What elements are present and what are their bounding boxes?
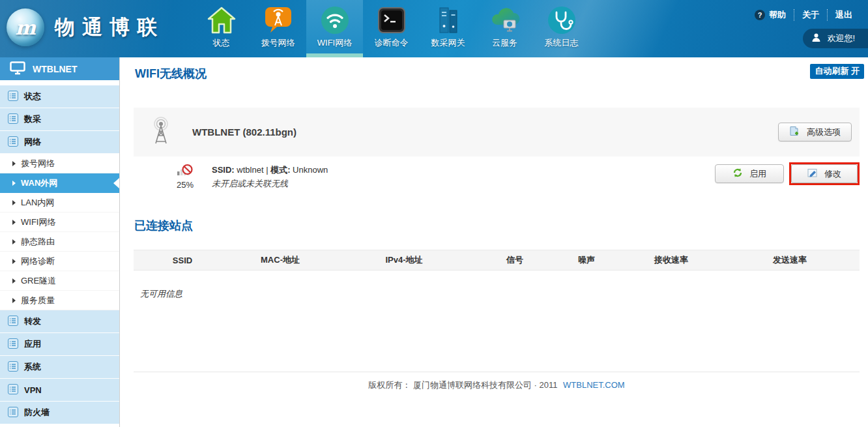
monitor-icon	[10, 61, 25, 77]
brand-logo: m 物通博联	[7, 8, 164, 46]
sidebar-item-data-collect[interactable]: 数采	[0, 108, 119, 131]
auto-refresh-toggle[interactable]: 自动刷新 开	[810, 64, 864, 79]
sidebar-item-applications[interactable]: 应用	[0, 333, 119, 356]
chevron-right-icon	[12, 298, 16, 303]
column-header-rx-rate: 接收速率	[622, 254, 720, 266]
home-icon	[207, 5, 236, 36]
help-label: 帮助	[769, 9, 786, 21]
page-title: WIFI无线概况	[135, 66, 207, 81]
wifi-overview-panel: WTBLNET (802.11bgn) 高级选项	[134, 108, 860, 156]
list-icon	[8, 407, 18, 419]
column-header-signal: 信号	[479, 254, 551, 266]
empty-table-message: 无可用信息	[140, 288, 182, 300]
modify-button[interactable]: 修改	[791, 164, 858, 183]
column-header-ipv4: IPv4-地址	[329, 254, 479, 266]
stations-section-title: 已连接站点	[134, 218, 193, 233]
about-link[interactable]: 关于	[794, 9, 827, 21]
dial-network-icon	[264, 5, 293, 36]
ssid-label: SSID:	[212, 165, 235, 175]
list-icon	[8, 113, 18, 126]
list-icon	[8, 91, 18, 103]
main-content: WIFI无线概况 自动刷新 开 WTBLNET (802.11bgn) 高级选项…	[121, 57, 868, 427]
page-footer: 版权所有： 厦门物通博联网络科技有限公司 · 2011 WTBLNET.COM	[134, 372, 860, 391]
server-gateway-icon	[434, 5, 463, 36]
sidebar-item-wifi-network[interactable]: WIFI网络	[0, 213, 119, 232]
sidebar-item-status[interactable]: 状态	[0, 85, 119, 108]
tab-status[interactable]: 状态	[193, 0, 250, 57]
list-icon	[8, 338, 18, 351]
wtblnet-link[interactable]: WTBLNET.COM	[563, 380, 625, 390]
sidebar-device-header: WTBLNET	[0, 57, 119, 80]
logout-link[interactable]: 退出	[827, 9, 860, 21]
brand-name: 物通博联	[55, 14, 164, 41]
radio-title: WTBLNET (802.11bgn)	[192, 126, 297, 138]
logo-monogram: m	[7, 8, 44, 46]
signal-block: 25%	[170, 162, 200, 190]
about-label: 关于	[802, 9, 819, 21]
chevron-right-icon	[12, 259, 16, 264]
separator: |	[266, 165, 268, 175]
stethoscope-icon	[547, 5, 576, 36]
radio-actions: 启用 修改	[715, 162, 860, 185]
column-header-noise: 噪声	[551, 254, 622, 266]
help-link[interactable]: ? 帮助	[747, 9, 794, 21]
tab-wifi-network[interactable]: WIFI网络	[306, 0, 363, 57]
tab-data-gateway[interactable]: 数采网关	[420, 0, 476, 57]
sidebar-item-qos[interactable]: 服务质量	[0, 291, 119, 310]
cloud-icon	[489, 5, 521, 36]
signal-disabled-icon	[177, 169, 194, 179]
device-name: WTBLNET	[33, 64, 77, 74]
column-header-ssid: SSID	[134, 256, 231, 265]
ssid-line: SSID: wtblnet | 模式: Unknown	[212, 164, 328, 177]
chevron-right-icon	[12, 161, 16, 166]
chevron-right-icon	[12, 181, 16, 186]
tab-dial-network[interactable]: 拨号网络	[250, 0, 306, 57]
list-icon	[8, 361, 18, 374]
radio-status-text: 未开启或未关联无线	[212, 177, 328, 191]
sidebar-item-forwarding[interactable]: 转发	[0, 310, 119, 333]
sidebar-item-vpn[interactable]: VPN	[0, 379, 119, 402]
logout-label: 退出	[835, 9, 852, 21]
chevron-right-icon	[12, 220, 16, 225]
modify-label: 修改	[824, 168, 841, 180]
nav-label: 数采网关	[431, 37, 465, 49]
chevron-right-icon	[12, 200, 16, 205]
mode-label: 模式:	[270, 165, 290, 175]
list-icon	[8, 136, 18, 149]
sidebar-item-network[interactable]: 网络	[0, 131, 119, 154]
enable-label: 启用	[749, 168, 766, 180]
sidebar-item-gre-tunnel[interactable]: GRE隧道	[0, 271, 119, 291]
sidebar-item-lan[interactable]: LAN内网	[0, 193, 119, 213]
radio-status-row: 25% SSID: wtblnet | 模式: Unknown 未开启或未关联无…	[134, 162, 860, 191]
sidebar-item-firewall[interactable]: 防火墙	[0, 402, 119, 424]
user-icon	[811, 33, 821, 44]
nav-label: 诊断命令	[375, 37, 409, 49]
radio-info: SSID: wtblnet | 模式: Unknown 未开启或未关联无线	[212, 162, 328, 191]
advanced-options-button[interactable]: 高级选项	[778, 123, 852, 141]
nav-label: 系统日志	[545, 37, 579, 49]
main-nav: 状态 拨号网络 WIFI网络 诊断命令	[193, 0, 590, 57]
sidebar-item-static-route[interactable]: 静态路由	[0, 232, 119, 252]
sidebar-item-system[interactable]: 系统	[0, 356, 119, 379]
column-header-tx-rate: 发送速率	[720, 254, 860, 266]
advanced-options-label: 高级选项	[807, 126, 841, 138]
sidebar: WTBLNET 状态 数采 网络 拨号网络 WAN外网 LAN内网 WIFI	[0, 57, 120, 427]
help-icon: ?	[755, 10, 765, 20]
tab-cloud-service[interactable]: 云服务	[476, 0, 533, 57]
edit-icon	[807, 168, 818, 180]
enable-button[interactable]: 启用	[715, 164, 784, 183]
wifi-icon	[321, 5, 349, 36]
list-icon	[8, 384, 18, 396]
list-icon	[8, 316, 18, 328]
nav-label: WIFI网络	[317, 37, 352, 49]
sidebar-item-dial-network[interactable]: 拨号网络	[0, 154, 119, 173]
nav-label: 拨号网络	[261, 37, 295, 49]
welcome-pill[interactable]: 欢迎您!	[803, 29, 868, 48]
nav-label: 云服务	[492, 37, 517, 49]
refresh-icon	[732, 168, 743, 180]
antenna-icon	[149, 117, 173, 148]
sidebar-item-wan[interactable]: WAN外网	[0, 173, 119, 193]
tab-system-log[interactable]: 系统日志	[533, 0, 590, 57]
tab-diagnostic-command[interactable]: 诊断命令	[363, 0, 420, 57]
sidebar-item-network-diagnostics[interactable]: 网络诊断	[0, 252, 119, 271]
